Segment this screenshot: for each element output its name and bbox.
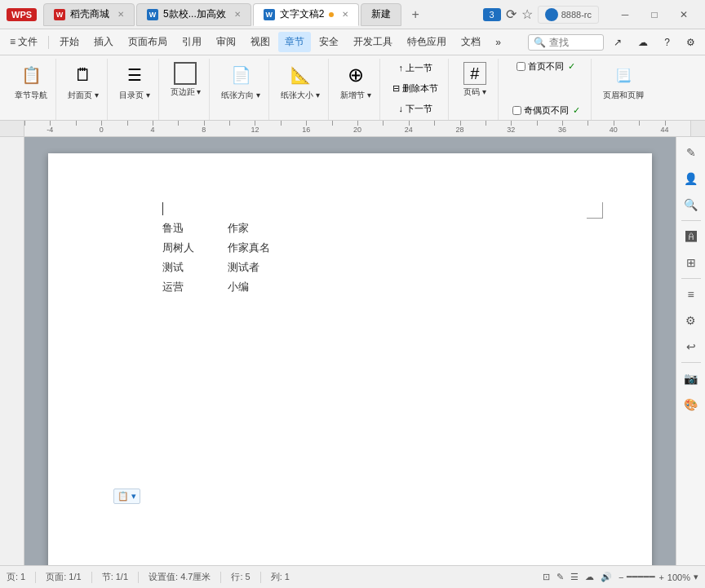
- new-tab-button[interactable]: +: [403, 4, 427, 25]
- cover-page-button[interactable]: 🗒 封面页 ▾: [64, 60, 102, 103]
- close-button[interactable]: ✕: [669, 0, 698, 29]
- right-tool-color[interactable]: 🎨: [679, 392, 703, 417]
- zoom-dropdown[interactable]: ▾: [694, 572, 698, 582]
- page-num-label: 页码 ▾: [463, 86, 486, 98]
- right-tool-list[interactable]: ≡: [679, 282, 703, 307]
- zoom-out-button[interactable]: −: [619, 573, 623, 582]
- right-tool-settings[interactable]: ⚙: [679, 308, 703, 333]
- menu-home[interactable]: 开始: [53, 32, 86, 52]
- ribbon-group-papersize: 📐 纸张大小 ▾: [273, 59, 329, 120]
- first-page-diff-checkbox[interactable]: [517, 62, 525, 71]
- ribbon-group-toc: ☰ 目录页 ▾: [111, 59, 159, 120]
- user-area[interactable]: 8888-rc: [538, 6, 599, 24]
- status-icon-layout[interactable]: ⊡: [543, 572, 550, 582]
- tab-label-wenzidoc: 文字文稿2: [280, 7, 325, 21]
- menu-share[interactable]: ↗: [607, 33, 628, 51]
- menu-view[interactable]: 视图: [244, 32, 277, 52]
- status-icon-sound[interactable]: 🔊: [601, 572, 612, 582]
- tabs-area: W 稻壳商城 ✕ W 5款校...加高效 ✕ W 文字文稿2 ✕ 新建 +: [43, 3, 483, 26]
- menu-doc[interactable]: 文档: [454, 32, 487, 52]
- odd-even-diff-checkbox[interactable]: [512, 106, 521, 115]
- right-tool-font[interactable]: 🅰: [679, 224, 703, 249]
- menu-hamburger[interactable]: ≡ 文件: [3, 32, 44, 52]
- chapter-nav-button[interactable]: 📋 章节导航: [11, 60, 51, 103]
- menubar: ≡ 文件 开始 插入 页面布局 引用 审阅 视图 章节 安全 开发工具 特色应用…: [0, 29, 705, 55]
- del-section-button[interactable]: ⊟ 删除本节: [389, 81, 441, 96]
- ruler-right: [690, 121, 705, 136]
- menu-settings[interactable]: ⚙: [680, 33, 702, 51]
- ruler-label: 44: [661, 126, 669, 134]
- paper-orient-button[interactable]: 📄 纸张方向 ▾: [218, 60, 264, 103]
- paper-size-button[interactable]: 📐 纸张大小 ▾: [277, 60, 323, 103]
- count-badge[interactable]: 3: [483, 8, 501, 21]
- menu-layout[interactable]: 页面布局: [122, 32, 174, 52]
- tab-close-5eff[interactable]: ✕: [234, 10, 241, 19]
- menu-cloud[interactable]: ☁: [632, 33, 654, 51]
- document-container[interactable]: 鲁迅作家周树人作家真名测试测试者运营小编 📋 ▾: [24, 137, 676, 565]
- table-cell-role: 测试者: [228, 258, 293, 277]
- page-margin-button[interactable]: 页边距 ▾: [167, 60, 205, 99]
- right-tool-pen[interactable]: ✎: [679, 140, 703, 165]
- tab-5eff[interactable]: W 5款校...加高效 ✕: [136, 3, 251, 26]
- right-tool-image[interactable]: 📷: [679, 366, 703, 391]
- menu-references[interactable]: 引用: [175, 32, 208, 52]
- tab-label-daoke: 稻壳商城: [70, 7, 109, 21]
- paste-button[interactable]: 📋 ▾: [113, 489, 140, 504]
- wps-logo: WPS: [7, 8, 37, 21]
- right-tool-sep-3: [681, 362, 701, 363]
- tab-icon-daoke: W: [54, 9, 65, 20]
- page-num-button[interactable]: # 页码 ▾: [457, 60, 493, 99]
- tab-new[interactable]: 新建: [361, 3, 401, 26]
- ruler-mark: [76, 121, 77, 126]
- menu-more[interactable]: »: [489, 33, 508, 51]
- zoom-in-button[interactable]: +: [658, 573, 663, 582]
- minimize-button[interactable]: ─: [610, 0, 640, 29]
- right-tool-search[interactable]: 🔍: [679, 192, 703, 217]
- menu-special[interactable]: 特色应用: [401, 32, 453, 52]
- zoom-control: − ━━━━━ + 100% ▾: [619, 572, 698, 582]
- menu-security[interactable]: 安全: [313, 32, 345, 52]
- menu-insert[interactable]: 插入: [87, 32, 120, 52]
- avatar: [545, 8, 558, 21]
- header-footer-button[interactable]: 📃 页眉和页脚: [600, 60, 647, 103]
- ribbon-group-newsection: ⊕ 新增节 ▾: [332, 59, 380, 120]
- refresh-icon[interactable]: ⟳: [506, 7, 517, 22]
- new-section-button[interactable]: ⊕ 新增节 ▾: [337, 60, 375, 103]
- tab-wenzidoc[interactable]: W 文字文稿2 ✕: [253, 3, 360, 26]
- count-number: 3: [490, 10, 494, 20]
- restore-button[interactable]: □: [640, 0, 669, 29]
- right-tool-table[interactable]: ⊞: [679, 250, 703, 275]
- bookmark-icon[interactable]: ☆: [521, 7, 533, 22]
- status-icon-edit[interactable]: ✎: [556, 572, 564, 582]
- document-page[interactable]: 鲁迅作家周树人作家真名测试测试者运营小编 📋 ▾: [48, 153, 652, 565]
- ruler-label: 36: [558, 126, 566, 134]
- right-tool-undo[interactable]: ↩: [679, 334, 703, 359]
- paper-orient-label: 纸张方向 ▾: [221, 90, 260, 101]
- tab-close-wenzidoc[interactable]: ✕: [342, 10, 348, 19]
- ruler-mark: [178, 121, 179, 126]
- status-icon-cloud[interactable]: ☁: [585, 572, 594, 582]
- status-icon-format[interactable]: ☰: [570, 572, 579, 582]
- ribbon-group-pagenum: # 页码 ▾: [452, 59, 499, 120]
- zoom-slider[interactable]: ━━━━━: [627, 572, 655, 582]
- ribbon-group-cover: 🗒 封面页 ▾: [60, 59, 108, 120]
- ruler-mark: [537, 121, 538, 126]
- menu-section[interactable]: 章节: [278, 32, 311, 52]
- toc-button[interactable]: ☰ 目录页 ▾: [116, 60, 153, 103]
- ruler-area: -4048121620242832364044: [0, 121, 705, 137]
- tab-daoke[interactable]: W 稻壳商城 ✕: [43, 3, 135, 26]
- right-tool-user[interactable]: 👤: [679, 166, 703, 191]
- paper-orient-icon: 📄: [228, 62, 254, 88]
- ruler-label: 4: [150, 126, 154, 134]
- menu-developer[interactable]: 开发工具: [347, 32, 399, 52]
- table-cell-name: 运营: [162, 277, 228, 297]
- next-section-button[interactable]: ↓ 下一节: [395, 101, 436, 117]
- menu-help[interactable]: ?: [658, 33, 676, 51]
- titlebar-right: 3 ⟳ ☆ 8888-rc ─ □ ✕: [483, 0, 698, 29]
- tab-close-daoke[interactable]: ✕: [118, 10, 124, 19]
- search-input[interactable]: [549, 37, 598, 48]
- paper-size-icon: 📐: [287, 62, 313, 88]
- search-box[interactable]: 🔍: [528, 34, 604, 51]
- prev-section-button[interactable]: ↑ 上一节: [395, 60, 436, 76]
- menu-review[interactable]: 审阅: [210, 32, 242, 52]
